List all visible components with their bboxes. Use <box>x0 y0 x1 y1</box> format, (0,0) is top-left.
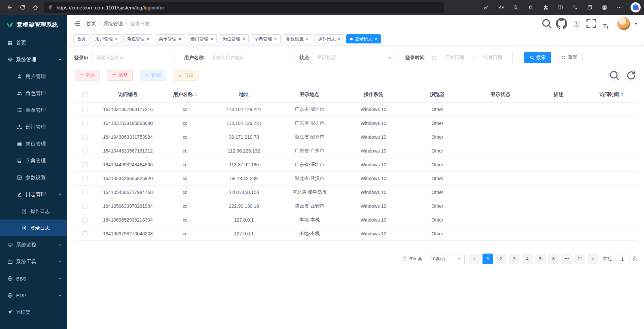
user-avatar[interactable] <box>617 17 631 30</box>
last-page-button[interactable]: 21 <box>574 254 585 264</box>
export-button[interactable]: 导出 <box>173 70 199 81</box>
sidebar-item-role-mgmt[interactable]: 角色管理 <box>0 85 67 102</box>
close-icon[interactable]: × <box>147 37 150 41</box>
status-select[interactable]: 登录状态 <box>313 52 395 63</box>
clear-button[interactable]: 清空 <box>107 70 133 81</box>
sort-control[interactable] <box>621 93 623 97</box>
search-button[interactable]: 搜索 <box>524 52 551 63</box>
close-icon[interactable]: × <box>115 37 118 41</box>
add-favorite-icon[interactable] <box>524 1 537 13</box>
refresh-icon[interactable] <box>16 1 29 13</box>
sidebar-item-system-monitor[interactable]: 系统监控 <box>0 236 67 253</box>
row-checkbox[interactable] <box>82 204 87 209</box>
page-button[interactable]: 5 <box>535 254 546 264</box>
sidebar-item-system-mgmt[interactable]: 系统管理 <box>0 51 67 68</box>
read-aloud-icon[interactable] <box>495 1 507 13</box>
sidebar-item-param-settings[interactable]: 参数设置 <box>0 169 67 186</box>
help-icon[interactable]: ? <box>571 18 582 29</box>
collections-icon[interactable] <box>583 1 596 13</box>
date-range-picker[interactable]: 开始日期 - 结束日期 <box>428 52 513 63</box>
end-date[interactable]: 结束日期 <box>476 55 509 61</box>
login-ip-input[interactable] <box>92 52 174 63</box>
sidebar-item-dept-mgmt[interactable]: 部门管理 <box>0 119 67 135</box>
sidebar-item-log-mgmt[interactable]: 日志管理 <box>0 186 67 203</box>
tab-login-log[interactable]: 登录日志× <box>346 34 381 43</box>
favorites-icon[interactable] <box>569 1 581 13</box>
back-icon[interactable] <box>3 1 16 13</box>
close-icon[interactable]: × <box>306 37 309 41</box>
toggle-search-icon[interactable] <box>608 69 620 81</box>
breadcrumb-home[interactable]: 首页 <box>86 21 96 27</box>
start-date[interactable]: 开始日期 <box>438 55 471 61</box>
page-button[interactable]: 3 <box>509 254 520 264</box>
sidebar-item-erp[interactable]: ERP <box>0 287 67 304</box>
close-icon[interactable]: × <box>211 37 213 41</box>
close-icon[interactable]: × <box>338 37 341 41</box>
sidebar-item-bbs[interactable]: BBS <box>0 270 67 287</box>
browser-address-bar[interactable]: https://ccnetcore.com:1101/system/log/lo… <box>44 2 444 13</box>
tab-home[interactable]: 首页 <box>73 34 90 43</box>
reset-button[interactable]: 重置 <box>556 52 583 63</box>
sidebar-item-system-tools[interactable]: 系统工具 <box>0 253 67 270</box>
select-all-checkbox[interactable] <box>82 92 87 97</box>
username-input[interactable] <box>207 52 289 63</box>
next-page-button[interactable] <box>587 254 598 264</box>
page-button[interactable]: 6 <box>548 254 559 264</box>
sidebar-item-user-mgmt[interactable]: 用户管理 <box>0 68 67 85</box>
tab-menu-mgmt[interactable]: 菜单管理× <box>155 34 185 43</box>
zoom-out-icon[interactable] <box>509 1 522 13</box>
sidebar-item-login-log[interactable]: 登录日志 <box>0 220 67 236</box>
sidebar-item-home[interactable]: 首页 <box>0 34 67 51</box>
tab-role-mgmt[interactable]: 角色管理× <box>123 34 153 43</box>
unlock-button[interactable]: 解锁 <box>140 70 166 81</box>
refresh-table-icon[interactable] <box>625 69 637 81</box>
sidebar-item-dict-mgmt[interactable]: 字典管理 <box>0 152 67 169</box>
row-checkbox[interactable] <box>82 218 87 223</box>
password-key-icon[interactable] <box>480 1 493 13</box>
page-button[interactable]: 1 <box>482 254 493 264</box>
sidebar-item-menu-mgmt[interactable]: 菜单管理 <box>0 102 67 119</box>
row-checkbox[interactable] <box>82 162 87 167</box>
profile-avatar-icon[interactable] <box>598 1 611 13</box>
sidebar-item-yi-framework[interactable]: Yi框架 <box>0 304 67 321</box>
tab-dept-mgmt[interactable]: 部门管理× <box>187 34 217 43</box>
breadcrumb-system[interactable]: 系统管理 <box>103 21 123 27</box>
sidebar-item-post-mgmt[interactable]: 岗位管理 <box>0 135 67 152</box>
tab-user-mgmt[interactable]: 用户管理× <box>92 34 121 43</box>
more-options-icon[interactable] <box>613 1 626 13</box>
close-icon[interactable]: × <box>274 37 277 41</box>
fullscreen-icon[interactable] <box>585 18 597 29</box>
row-checkbox[interactable] <box>82 176 87 181</box>
close-icon[interactable]: × <box>242 37 245 41</box>
tab-param-settings[interactable]: 参数设置× <box>283 34 313 43</box>
row-checkbox[interactable] <box>82 190 87 195</box>
row-checkbox[interactable] <box>82 149 87 154</box>
delete-button[interactable]: 删除 <box>74 70 100 81</box>
row-checkbox[interactable] <box>82 107 87 112</box>
more-pages-button[interactable]: ••• <box>561 254 572 264</box>
tab-dict-mgmt[interactable]: 字典管理× <box>251 34 281 43</box>
github-icon[interactable] <box>556 18 567 29</box>
page-size-select[interactable]: 10条/页 <box>427 254 465 264</box>
row-checkbox[interactable] <box>82 135 87 140</box>
close-icon[interactable]: × <box>179 37 181 41</box>
row-checkbox[interactable] <box>82 231 87 236</box>
search-icon[interactable] <box>541 18 552 29</box>
hamburger-fold-icon[interactable] <box>74 21 80 27</box>
extensions-icon[interactable] <box>539 1 552 13</box>
tab-post-mgmt[interactable]: 岗位管理× <box>219 34 249 43</box>
site-info-icon[interactable] <box>48 5 53 10</box>
page-button[interactable]: 2 <box>496 254 506 264</box>
sidebar-item-oper-log[interactable]: 操作日志 <box>0 203 67 220</box>
sort-control[interactable] <box>194 93 197 97</box>
row-checkbox[interactable] <box>82 121 87 126</box>
close-icon[interactable]: × <box>375 37 378 41</box>
prev-page-button[interactable] <box>469 254 480 264</box>
home-icon[interactable] <box>29 1 42 13</box>
copilot-icon[interactable] <box>631 2 641 12</box>
split-screen-icon[interactable] <box>554 1 567 13</box>
goto-page-input[interactable] <box>615 254 630 264</box>
tab-oper-log[interactable]: 操作日志× <box>314 34 344 43</box>
font-size-icon[interactable]: TT <box>600 18 612 29</box>
page-button[interactable]: 4 <box>522 254 533 264</box>
